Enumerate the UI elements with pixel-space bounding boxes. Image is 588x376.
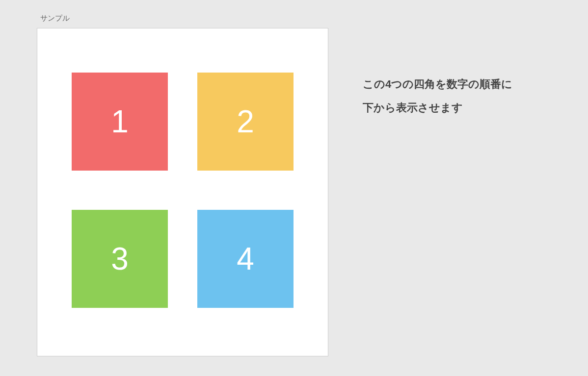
sample-frame: 1 2 3 4 — [37, 28, 328, 356]
box-1: 1 — [72, 73, 168, 171]
description-line-1: この4つの四角を数字の順番に — [363, 73, 568, 96]
box-1-number: 1 — [111, 103, 129, 140]
left-column: サンプル 1 2 3 4 — [20, 14, 328, 362]
right-column: この4つの四角を数字の順番に 下から表示させます — [363, 14, 568, 362]
box-3: 3 — [72, 210, 168, 308]
box-2-number: 2 — [237, 103, 254, 140]
box-2: 2 — [197, 73, 294, 171]
box-4: 4 — [197, 210, 294, 308]
description-line-2: 下から表示させます — [363, 96, 568, 120]
box-3-number: 3 — [111, 241, 129, 277]
description-text: この4つの四角を数字の順番に 下から表示させます — [363, 73, 568, 120]
row-1: 1 2 — [72, 73, 294, 171]
row-2: 3 4 — [72, 210, 294, 308]
box-4-number: 4 — [237, 241, 254, 277]
sample-label: サンプル — [40, 14, 328, 23]
